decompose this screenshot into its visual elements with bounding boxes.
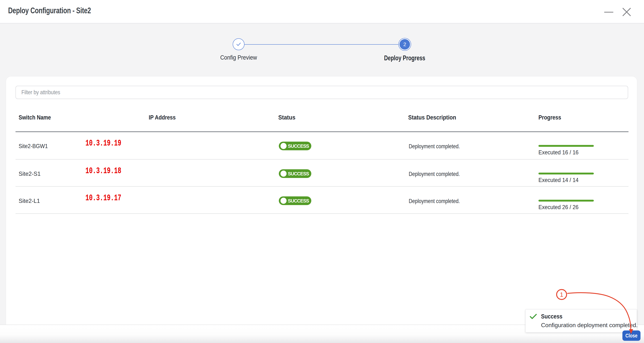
svg-text:1: 1 bbox=[560, 291, 563, 298]
